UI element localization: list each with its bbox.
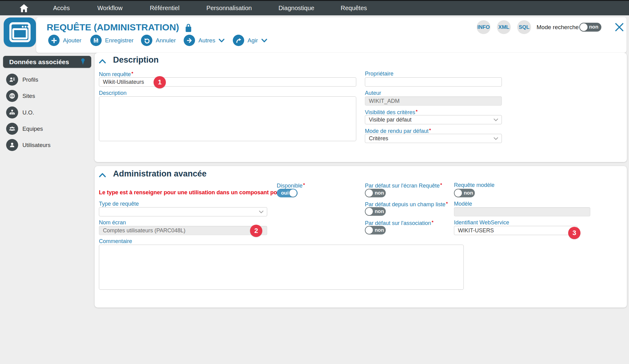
org-icon (6, 106, 18, 118)
defaut-ecran-toggle[interactable]: non (365, 189, 386, 197)
defaut-champ-toggle[interactable]: non (365, 207, 386, 216)
info-button[interactable]: INFO (477, 20, 490, 34)
requete-modele-label: Requête modèle (454, 182, 494, 188)
nom-requete-input[interactable] (99, 77, 356, 87)
save-icon (90, 35, 102, 46)
agir-button[interactable]: Agir (233, 35, 267, 46)
sidebar-item-profils[interactable]: Profils (6, 74, 38, 86)
commentaire-textarea[interactable] (99, 245, 464, 290)
undo-icon (141, 35, 152, 46)
app-screen: Accès Workflow Référentiel Personnalisat… (0, 0, 629, 364)
sidebar-header: Données associées (3, 56, 91, 68)
user-icon (6, 139, 18, 151)
nav-item-diagnostique[interactable]: Diagnostique (279, 1, 314, 15)
nom-requete-label: Nom requête* (99, 71, 133, 78)
nav-item-requetes[interactable]: Requêtes (341, 1, 367, 15)
collapse-admin-button[interactable] (99, 173, 106, 179)
autres-button[interactable]: Autres (184, 35, 225, 46)
mode-rendu-select[interactable]: Critères (365, 134, 502, 143)
modele-input (454, 207, 590, 216)
toggle-value: non (375, 190, 384, 196)
description-label: Description (99, 90, 127, 96)
selected-value: Critères (369, 135, 388, 142)
sidebar-item-label: U.O. (22, 109, 34, 116)
modele-label: Modèle (454, 201, 472, 207)
auteur-label: Auteur (365, 90, 381, 96)
commentaire-label: Commentaire (99, 238, 132, 245)
top-navigation-bar: Accès Workflow Référentiel Personnalisat… (0, 0, 629, 15)
autres-label: Autres (198, 37, 215, 44)
defaut-champ-label: Par défaut depuis un champ liste* (365, 201, 448, 208)
sidebar-item-label: Sites (22, 93, 35, 99)
arrow-right-icon (184, 35, 195, 46)
proprietaire-input[interactable] (365, 77, 502, 87)
enregistrer-button[interactable]: Enregistrer (90, 35, 134, 46)
app-window-icon (4, 17, 36, 47)
close-icon (614, 22, 624, 32)
collapse-description-button[interactable] (99, 59, 106, 65)
chevron-down-icon (219, 39, 225, 42)
sidebar-item-utilisateurs[interactable]: Utilisateurs (6, 139, 51, 151)
page-title: REQUÊTE (ADMINISTRATION) (47, 22, 179, 33)
pin-icon[interactable] (80, 58, 86, 66)
nav-item-personnalisation[interactable]: Personnalisation (206, 1, 252, 15)
description-section: Description Nom requête* 1 Description P… (95, 53, 627, 162)
home-button[interactable] (18, 2, 30, 14)
sql-button[interactable]: SQL (517, 20, 531, 34)
close-button[interactable] (614, 21, 625, 33)
visibilite-criteres-label: Visibilité des critères* (365, 109, 418, 116)
toggle-value: non (375, 208, 384, 214)
mode-recherche-toggle[interactable]: non (579, 23, 601, 32)
description-section-title: Description (113, 55, 159, 65)
type-warning-text: Le type est à renseigner pour une utilis… (99, 189, 283, 196)
sidebar-item-equipes[interactable]: Equipes (6, 123, 43, 135)
disponible-toggle[interactable]: oui (277, 189, 298, 197)
admin-section: Administration avancée Le type est à ren… (95, 166, 627, 308)
requete-modele-toggle[interactable]: non (454, 189, 475, 197)
nav-item-referentiel[interactable]: Référentiel (150, 1, 180, 15)
toggle-knob (365, 189, 373, 197)
team-icon (6, 123, 18, 135)
sidebar-item-label: Profils (22, 76, 38, 83)
enregistrer-label: Enregistrer (105, 37, 134, 44)
xml-button[interactable]: XML (497, 20, 511, 34)
plus-icon (48, 35, 60, 46)
annuler-button[interactable]: Annuler (141, 35, 176, 46)
sidebar-item-sites[interactable]: Sites (6, 90, 35, 102)
nom-ecran-input (99, 226, 267, 235)
defaut-assoc-label: Par défaut sur l'association* (365, 219, 433, 227)
nav-item-workflow[interactable]: Workflow (97, 1, 123, 15)
chevron-down-icon (494, 118, 498, 122)
nav-item-acces[interactable]: Accès (53, 1, 70, 15)
defaut-assoc-toggle[interactable]: non (365, 226, 386, 234)
toggle-value: non (589, 24, 598, 30)
toggle-knob (365, 208, 373, 215)
sidebar-title: Données associées (9, 58, 69, 66)
sidebar-item-label: Equipes (22, 126, 43, 132)
identifiant-ws-label: Identifiant WebService (454, 219, 509, 226)
toggle-knob (455, 189, 462, 197)
ajouter-button[interactable]: Ajouter (48, 35, 81, 46)
toggle-value: non (464, 190, 473, 196)
type-requete-select[interactable] (99, 207, 267, 216)
chevron-up-icon (99, 59, 106, 64)
annotation-badge-2: 2 (250, 225, 262, 237)
annuler-label: Annuler (156, 37, 176, 44)
visibilite-criteres-select[interactable]: Visible par défaut (365, 115, 502, 124)
toggle-knob (580, 23, 588, 31)
description-textarea[interactable] (99, 96, 356, 141)
sidebar-item-uo[interactable]: U.O. (6, 106, 34, 118)
chevron-down-icon (259, 211, 264, 214)
mode-rendu-label: Mode de rendu par défaut* (365, 127, 431, 134)
proprietaire-label: Propriétaire (365, 71, 393, 77)
profile-icon (6, 74, 18, 86)
selected-value: Visible par défaut (369, 117, 412, 123)
home-icon (18, 3, 29, 14)
annotation-badge-3: 3 (568, 227, 580, 239)
share-arrow-icon (233, 35, 244, 46)
identifiant-ws-input[interactable] (454, 226, 577, 235)
chevron-down-icon (261, 39, 267, 42)
disponible-label: Disponible* (277, 182, 305, 189)
ajouter-label: Ajouter (63, 37, 81, 44)
chevron-down-icon (494, 137, 498, 140)
